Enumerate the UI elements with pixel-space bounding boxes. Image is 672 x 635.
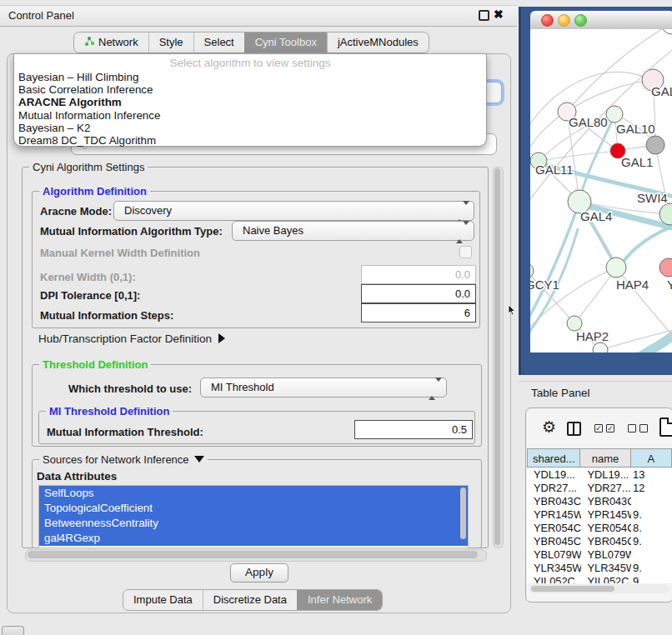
table-row[interactable]: YBR043CYBR043C (527, 495, 672, 508)
mi-steps-field[interactable]: 6 (361, 303, 476, 322)
network-window-titlebar[interactable] (530, 11, 672, 30)
collapse-down-icon[interactable] (194, 456, 204, 462)
close-icon[interactable]: ✖ (494, 8, 504, 21)
checked-columns-icon[interactable]: ✓ (606, 424, 614, 432)
list-scrollbar[interactable] (460, 488, 466, 539)
unchecked-columns-icon[interactable] (639, 424, 648, 432)
mi-threshold-field[interactable]: 0.5 (354, 420, 473, 439)
table-cell: YDR27... (581, 482, 632, 495)
node-gal1-label: GAL1 (621, 155, 653, 169)
sources-group-title[interactable]: Sources for Network Inference (39, 453, 208, 466)
algorithm-option[interactable]: Bayesian – K2 (14, 122, 486, 134)
table-cell: YLR345W (527, 562, 581, 575)
export-table-icon[interactable] (659, 418, 672, 437)
partial-widget[interactable] (2, 626, 24, 635)
table-cell: 13 (631, 468, 672, 482)
node-gcy1[interactable] (530, 263, 534, 278)
table-row[interactable]: YLR345WYLR345W9. (527, 562, 672, 575)
node-gray[interactable] (646, 136, 664, 154)
algorithm-option[interactable]: Basic Correlation Inference (14, 83, 486, 96)
threshold-definition-title: Threshold Definition (39, 358, 151, 371)
algorithm-option[interactable]: Bayesian – Hill Climbing (14, 71, 486, 83)
column-header-a[interactable]: A (631, 448, 672, 468)
hub-definition-toggle[interactable]: Hub/Transcription Factor Definition (38, 332, 225, 345)
node-partial-top[interactable] (661, 29, 672, 34)
algorithm-option[interactable]: Dream8 DC_TDC Algorithm (14, 134, 486, 147)
scrollbar-thumb[interactable] (531, 586, 614, 592)
attribute-item[interactable]: TopologicalCoefficient (39, 501, 468, 516)
aracne-mode-select[interactable]: Discovery (113, 201, 474, 221)
table-cell: YDR27... (527, 482, 581, 495)
checked-columns-icon[interactable]: ✓ (594, 424, 603, 432)
node-gal80-label: GAL80 (569, 115, 608, 129)
tab-cyni-toolbox[interactable]: Cyni Toolbox (244, 32, 327, 52)
network-edge[interactable] (539, 151, 618, 161)
table-row[interactable]: YPR145WYPR145W9. (527, 508, 672, 522)
tab-network[interactable]: Network (74, 32, 148, 52)
attribute-item[interactable]: SelfLoops (39, 486, 468, 501)
algorithm-dropdown-list: Bayesian – Hill ClimbingBasic Correlatio… (14, 71, 486, 147)
network-edge-strong[interactable] (530, 207, 578, 327)
node-swi4[interactable] (659, 203, 672, 225)
kernel-width-label: Kernel Width (0,1): (40, 271, 136, 283)
algorithm-option[interactable]: Mutual Information Inference (14, 109, 486, 122)
which-threshold-label: Which threshold to use: (68, 382, 192, 395)
apply-button[interactable]: Apply (230, 563, 288, 582)
float-window-icon[interactable] (479, 10, 489, 21)
tab-jactivemnodules[interactable]: jActiveMNodules (327, 32, 429, 52)
table-cell: YDL19... (581, 468, 632, 482)
node-gal4-label: GAL4 (580, 209, 612, 223)
table-row[interactable]: YIL052CYIL052C9 (527, 575, 672, 583)
settings-vertical-scrollbar[interactable] (493, 167, 504, 548)
node-swi4-label: SWI4 (637, 191, 668, 205)
data-attributes-list[interactable]: SelfLoopsTopologicalCoefficientBetweenne… (38, 485, 469, 548)
tab-select[interactable]: Select (193, 32, 244, 52)
stepper-arrows-icon (456, 225, 469, 240)
table-row[interactable]: YBR045CYBR045C9. (527, 535, 672, 548)
mac-minimize-button[interactable] (558, 14, 570, 27)
attribute-item[interactable]: gal4RGexp (39, 531, 468, 546)
table-horizontal-scrollbar[interactable] (529, 584, 669, 593)
column-header-shared-[interactable]: shared... (527, 448, 580, 468)
unchecked-columns-icon[interactable] (628, 424, 636, 432)
tab-label: Select (204, 36, 234, 48)
table-row[interactable]: YER054CYER054C8. (527, 522, 672, 535)
cyni-tab-label: Infer Network (308, 593, 372, 606)
which-threshold-value: MI Threshold (211, 381, 274, 393)
node-bottom[interactable] (593, 342, 608, 352)
algorithm-option[interactable]: ARACNE Algorithm (14, 96, 486, 108)
network-edge-strong[interactable] (624, 331, 672, 352)
settings-horizontal-scrollbar[interactable] (25, 549, 487, 562)
dpi-tolerance-field[interactable]: 0.0 (361, 284, 476, 303)
column-header-name[interactable]: name (580, 448, 630, 468)
network-graph[interactable]: GALGAL80GAL10GAL1GAL11GAL4SWI4GCY1HAP4YH… (530, 29, 672, 352)
panel-divider (519, 381, 672, 382)
table-row[interactable]: YBL079WYBL079W (527, 548, 672, 562)
mi-type-select[interactable]: Naive Bayes (232, 221, 474, 241)
table-cell: 9. (631, 535, 672, 548)
mac-zoom-button[interactable] (574, 14, 587, 27)
mac-close-button[interactable] (541, 14, 554, 27)
network-canvas[interactable]: GALGAL80GAL10GAL1GAL11GAL4SWI4GCY1HAP4YH… (530, 29, 672, 352)
manual-kernel-checkbox[interactable] (459, 246, 472, 258)
attribute-item[interactable]: BetweennessCentrality (39, 516, 468, 531)
cyni-tab-impute-data[interactable]: Impute Data (123, 590, 203, 610)
gear-icon[interactable]: ⚙ (542, 418, 556, 437)
mouse-cursor (508, 305, 516, 317)
cyni-tab-infer-network[interactable]: Infer Network (297, 590, 382, 610)
tab-style[interactable]: Style (148, 32, 193, 52)
network-edge[interactable] (574, 268, 616, 323)
node-gal10[interactable] (606, 106, 623, 122)
split-columns-icon[interactable] (567, 422, 581, 436)
kernel-width-field[interactable]: 0.0 (361, 265, 476, 284)
node-salmon[interactable] (659, 258, 672, 277)
expand-right-icon[interactable] (218, 333, 225, 343)
control-panel-title: Control Panel (8, 9, 74, 22)
table-row[interactable]: YDR27...YDR27...12 (527, 482, 672, 495)
which-threshold-select[interactable]: MI Threshold (200, 378, 447, 398)
scrollbar-thumb[interactable] (28, 551, 478, 558)
table-row[interactable]: YDL19...YDL19...13 (527, 468, 672, 482)
scrollbar-thumb[interactable] (494, 168, 500, 545)
cyni-tab-discretize-data[interactable]: Discretize Data (203, 590, 297, 610)
node-hap4[interactable] (606, 258, 626, 278)
